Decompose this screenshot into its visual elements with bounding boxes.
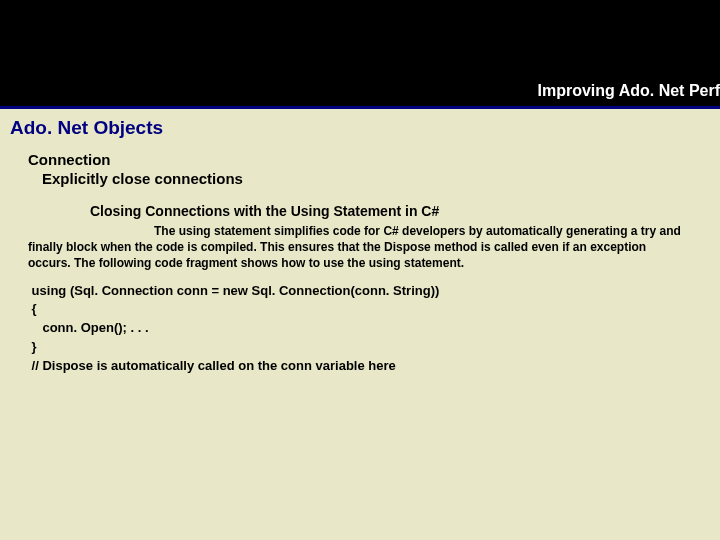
slide-title: Ado. Net Objects — [10, 117, 710, 139]
code-sample: using (Sql. Connection conn = new Sql. C… — [28, 282, 692, 376]
header-bar: Improving Ado. Net Perf — [0, 0, 720, 106]
header-title: Improving Ado. Net Perf — [537, 82, 720, 100]
body-paragraph: The using statement simplifies code for … — [28, 223, 692, 272]
subheading-using-statement: Closing Connections with the Using State… — [90, 203, 710, 219]
subheading-connection: Connection — [28, 151, 710, 168]
subheading-close-connections: Explicitly close connections — [42, 170, 710, 187]
slide-content: Ado. Net Objects Connection Explicitly c… — [0, 109, 720, 376]
